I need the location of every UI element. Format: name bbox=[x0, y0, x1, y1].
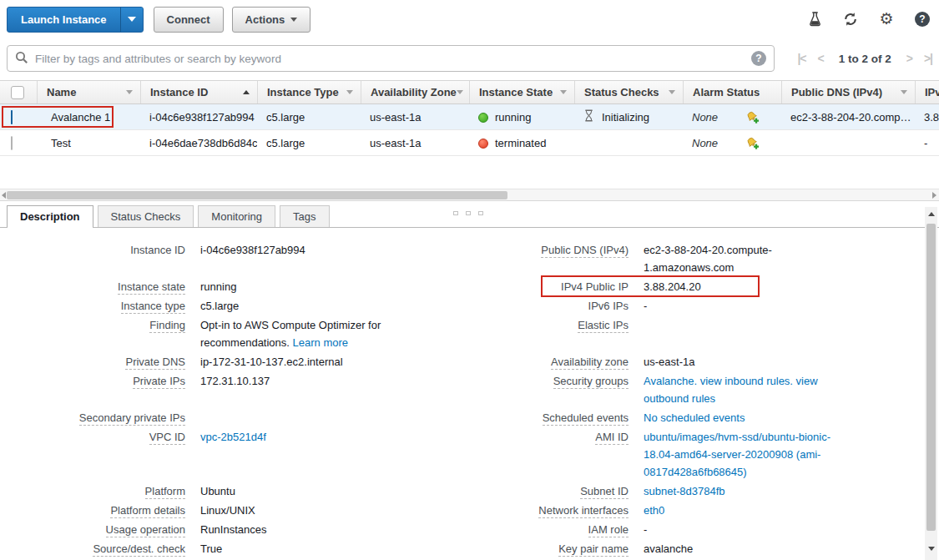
tab-status-checks[interactable]: Status Checks bbox=[98, 205, 194, 227]
cell-alarm-status: None bbox=[683, 136, 781, 150]
gear-icon[interactable]: ⚙ bbox=[878, 11, 895, 28]
field-label-private-dns: Private DNS bbox=[0, 353, 185, 371]
ami-id-link[interactable]: ubuntu/images/hvm-ssd/ubuntu-bionic-18.0… bbox=[644, 431, 830, 478]
description-row: Instance IDi-04c6e938f127ab994Public DNS… bbox=[0, 240, 939, 277]
field-label-security-groups: Security groups bbox=[517, 372, 629, 407]
field-value-private-ips: 172.31.10.137 bbox=[185, 372, 517, 407]
cell-instance-type: c5.large bbox=[257, 111, 361, 124]
value-text: c5.large bbox=[200, 300, 239, 312]
field-value-ipv6-ips: - bbox=[629, 297, 939, 315]
tab-monitoring[interactable]: Monitoring bbox=[198, 205, 275, 227]
scroll-down-icon[interactable] bbox=[928, 547, 935, 551]
value-text: i-04c6e938f127ab994 bbox=[200, 244, 305, 256]
sort-icon bbox=[669, 90, 675, 94]
column-header-instance-state[interactable]: Instance State bbox=[469, 81, 574, 103]
row-checkbox[interactable] bbox=[11, 136, 13, 150]
launch-instance-button[interactable]: Launch Instance bbox=[7, 7, 144, 33]
filter-help-icon[interactable]: ? bbox=[751, 51, 766, 66]
description-row: Usage operationRunInstancesIAM role- bbox=[0, 520, 939, 539]
actions-label: Actions bbox=[245, 13, 285, 26]
field-label-availability-zone: Availability zone bbox=[517, 353, 629, 371]
launch-instance-label: Launch Instance bbox=[8, 13, 120, 26]
finding-link[interactable]: Learn more bbox=[293, 336, 348, 349]
launch-instance-dropdown[interactable] bbox=[120, 8, 143, 32]
column-header-availability-zone[interactable]: Availability Zone bbox=[361, 81, 469, 103]
network-interfaces-link[interactable]: eth0 bbox=[644, 504, 664, 517]
pagination-next-button[interactable]: > bbox=[906, 52, 912, 65]
value-text: RunInstances bbox=[200, 523, 267, 536]
connect-button[interactable]: Connect bbox=[154, 7, 224, 33]
filter-input[interactable] bbox=[35, 53, 751, 65]
beaker-icon[interactable] bbox=[806, 11, 823, 28]
field-label-ami-id: AMI ID bbox=[517, 428, 629, 481]
field-label-source-dest-check: Source/dest. check bbox=[0, 540, 185, 557]
column-header-public-dns-ipv4[interactable]: Public DNS (IPv4) bbox=[781, 81, 915, 103]
field-value-ami-id: ubuntu/images/hvm-ssd/ubuntu-bionic-18.0… bbox=[629, 428, 939, 481]
select-all-checkbox[interactable] bbox=[11, 86, 24, 99]
refresh-icon[interactable] bbox=[842, 11, 859, 28]
column-header-ipv4-public-ip[interactable]: IPv4 Public IP bbox=[915, 81, 939, 103]
tab-description[interactable]: Description bbox=[7, 205, 93, 227]
cell-name: Test bbox=[37, 137, 140, 149]
description-row: VPC IDvpc-2b521d4fAMI IDubuntu/images/hv… bbox=[0, 427, 939, 482]
value-text: Opt-in to AWS Compute Optimizer for reco… bbox=[200, 319, 381, 349]
column-header-alarm-status[interactable]: Alarm Status bbox=[683, 81, 781, 103]
vpc-id-link[interactable]: vpc-2b521d4f bbox=[200, 431, 266, 443]
field-label-elastic-ips: Elastic IPs bbox=[517, 316, 629, 351]
scroll-right-icon[interactable] bbox=[932, 192, 936, 199]
value-text: ip-172-31-10-137.ec2.internal bbox=[200, 356, 343, 368]
pagination-prev-button[interactable]: < bbox=[818, 52, 824, 65]
field-value-scheduled-events: No scheduled events bbox=[629, 409, 939, 426]
table-row[interactable]: Avalanche 1i-04c6e938f127ab994c5.largeus… bbox=[0, 104, 939, 130]
scheduled-events-link[interactable]: No scheduled events bbox=[644, 411, 745, 424]
field-label-ipv6-ips: IPv6 IPs bbox=[517, 297, 629, 315]
scroll-up-icon[interactable] bbox=[928, 212, 935, 216]
subnet-id-link[interactable]: subnet-8d3784fb bbox=[644, 485, 725, 497]
column-header-instance-type[interactable]: Instance Type bbox=[257, 81, 361, 103]
table-body: Avalanche 1i-04c6e938f127ab994c5.largeus… bbox=[0, 104, 939, 156]
value-text: Ubuntu bbox=[200, 485, 235, 497]
cell-instance-type: c5.large bbox=[257, 137, 361, 149]
panel-resize-handle[interactable] bbox=[453, 211, 483, 215]
field-value-finding: Opt-in to AWS Compute Optimizer for reco… bbox=[185, 316, 517, 351]
pagination: |< < 1 to 2 of 2 > >| bbox=[797, 45, 932, 72]
description-row: Source/dest. checkTrueKey pair nameavala… bbox=[0, 539, 939, 558]
field-value-private-dns: ip-172-31-10-137.ec2.internal bbox=[185, 353, 517, 371]
vertical-scrollbar[interactable] bbox=[925, 207, 937, 560]
instance-state-icon bbox=[478, 113, 488, 123]
field-value-instance-state: running bbox=[185, 278, 517, 295]
pagination-last-button[interactable]: >| bbox=[924, 52, 932, 65]
field-value-instance-id: i-04c6e938f127ab994 bbox=[185, 241, 517, 276]
select-all-header[interactable] bbox=[0, 81, 37, 103]
create-alarm-bell-icon[interactable] bbox=[745, 136, 760, 150]
cell-instance-id: i-04e6dae738db6d84c bbox=[140, 137, 257, 149]
column-header-status-checks[interactable]: Status Checks bbox=[574, 81, 683, 103]
field-label-network-interfaces: Network interfaces bbox=[517, 502, 629, 519]
table-row[interactable]: Testi-04e6dae738db6d84cc5.largeus-east-1… bbox=[0, 130, 939, 156]
horizontal-scrollbar-thumb[interactable] bbox=[7, 191, 507, 199]
vertical-scrollbar-thumb[interactable] bbox=[926, 224, 936, 531]
column-header-name[interactable]: Name bbox=[37, 81, 140, 103]
scroll-left-icon[interactable] bbox=[2, 192, 6, 199]
security-groups-link[interactable]: Avalanche. view inbound rules. view outb… bbox=[644, 375, 818, 405]
create-alarm-bell-icon[interactable] bbox=[745, 110, 760, 124]
horizontal-scrollbar[interactable] bbox=[0, 189, 939, 201]
column-header-instance-id[interactable]: Instance ID bbox=[140, 81, 257, 103]
row-checkbox[interactable] bbox=[11, 110, 13, 124]
description-panel: Instance IDi-04c6e938f127ab994Public DNS… bbox=[0, 240, 939, 560]
help-icon[interactable]: ? bbox=[914, 11, 931, 28]
tab-tags[interactable]: Tags bbox=[280, 205, 329, 227]
search-box[interactable]: ? bbox=[7, 45, 775, 72]
field-value-subnet-id: subnet-8d3784fb bbox=[629, 482, 939, 500]
value-text: True bbox=[200, 542, 222, 555]
field-value-iam-role: - bbox=[629, 521, 939, 538]
table-header-row: NameInstance IDInstance TypeAvailability… bbox=[0, 80, 939, 104]
actions-button[interactable]: Actions bbox=[232, 7, 311, 33]
description-row: Instance staterunningIPv4 Public IP3.88.… bbox=[0, 277, 939, 296]
description-row: Platform detailsLinux/UNIXNetwork interf… bbox=[0, 501, 939, 520]
pagination-first-button[interactable]: |< bbox=[797, 52, 805, 65]
field-value-platform: Ubuntu bbox=[185, 482, 517, 500]
tab-bar: DescriptionStatus ChecksMonitoringTags bbox=[0, 205, 939, 228]
cell-instance-id: i-04c6e938f127ab994 bbox=[140, 111, 257, 124]
detail-panel: DescriptionStatus ChecksMonitoringTags I… bbox=[0, 205, 939, 560]
